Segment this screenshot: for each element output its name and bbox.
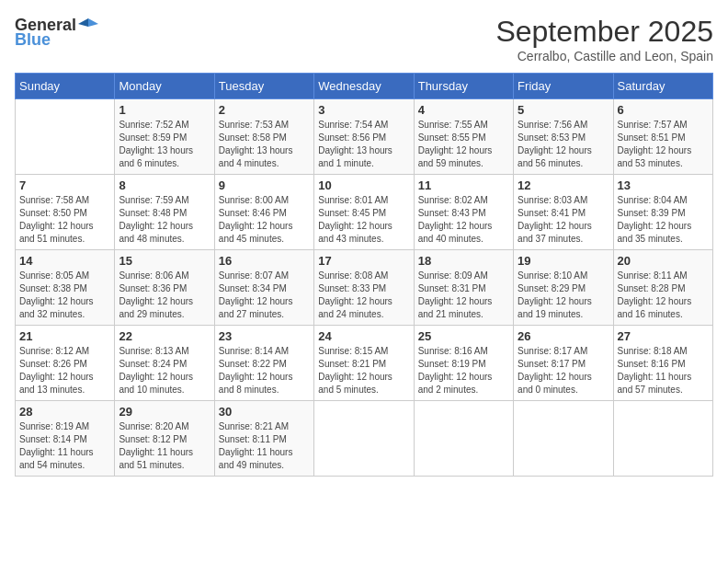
calendar-cell: 20Sunrise: 8:11 AM Sunset: 8:28 PM Dayli… [613, 250, 712, 326]
day-info: Sunrise: 8:19 AM Sunset: 8:14 PM Dayligh… [19, 420, 110, 472]
day-number: 22 [119, 329, 210, 343]
day-of-week-header: Wednesday [314, 74, 414, 99]
day-number: 1 [119, 103, 210, 117]
day-number: 9 [219, 178, 310, 192]
day-info: Sunrise: 7:58 AM Sunset: 8:50 PM Dayligh… [19, 194, 110, 246]
calendar-week-row: 1Sunrise: 7:52 AM Sunset: 8:59 PM Daylig… [16, 99, 713, 175]
day-info: Sunrise: 8:03 AM Sunset: 8:41 PM Dayligh… [518, 194, 609, 246]
calendar-cell: 10Sunrise: 8:01 AM Sunset: 8:45 PM Dayli… [314, 175, 414, 250]
calendar-cell: 16Sunrise: 8:07 AM Sunset: 8:34 PM Dayli… [214, 250, 313, 326]
day-info: Sunrise: 7:57 AM Sunset: 8:51 PM Dayligh… [618, 119, 709, 170]
day-info: Sunrise: 8:21 AM Sunset: 8:11 PM Dayligh… [219, 420, 310, 472]
day-number: 3 [318, 103, 409, 117]
calendar-cell: 14Sunrise: 8:05 AM Sunset: 8:38 PM Dayli… [16, 250, 115, 326]
day-number: 20 [618, 254, 709, 268]
day-number: 28 [19, 405, 110, 419]
calendar-cell: 13Sunrise: 8:04 AM Sunset: 8:39 PM Dayli… [613, 175, 712, 250]
day-number: 12 [518, 178, 609, 192]
day-number: 24 [318, 329, 409, 343]
day-info: Sunrise: 8:09 AM Sunset: 8:31 PM Dayligh… [418, 270, 509, 321]
day-number: 15 [119, 254, 210, 268]
day-of-week-header: Saturday [613, 74, 712, 99]
calendar-cell: 21Sunrise: 8:12 AM Sunset: 8:26 PM Dayli… [16, 326, 115, 401]
day-number: 4 [418, 103, 509, 117]
calendar-cell: 2Sunrise: 7:53 AM Sunset: 8:58 PM Daylig… [214, 99, 313, 175]
title-area: September 2025 Cerralbo, Castille and Le… [495, 15, 713, 63]
calendar-cell: 6Sunrise: 7:57 AM Sunset: 8:51 PM Daylig… [613, 99, 712, 175]
calendar-cell: 29Sunrise: 8:20 AM Sunset: 8:12 PM Dayli… [115, 401, 214, 477]
day-of-week-header: Thursday [414, 74, 513, 99]
calendar-cell: 26Sunrise: 8:17 AM Sunset: 8:17 PM Dayli… [514, 326, 613, 401]
day-number: 14 [19, 254, 110, 268]
day-info: Sunrise: 7:53 AM Sunset: 8:58 PM Dayligh… [219, 119, 310, 170]
day-info: Sunrise: 8:14 AM Sunset: 8:22 PM Dayligh… [219, 345, 310, 396]
day-number: 25 [418, 329, 509, 343]
day-info: Sunrise: 8:00 AM Sunset: 8:46 PM Dayligh… [219, 194, 310, 246]
day-info: Sunrise: 8:01 AM Sunset: 8:45 PM Dayligh… [318, 194, 409, 246]
calendar-cell: 12Sunrise: 8:03 AM Sunset: 8:41 PM Dayli… [514, 175, 613, 250]
day-info: Sunrise: 8:12 AM Sunset: 8:26 PM Dayligh… [19, 345, 110, 396]
calendar-week-row: 7Sunrise: 7:58 AM Sunset: 8:50 PM Daylig… [16, 175, 713, 250]
subtitle: Cerralbo, Castille and Leon, Spain [495, 49, 713, 63]
calendar-cell: 9Sunrise: 8:00 AM Sunset: 8:46 PM Daylig… [214, 175, 313, 250]
calendar-cell [16, 99, 115, 175]
calendar-cell [314, 401, 414, 477]
calendar-cell: 4Sunrise: 7:55 AM Sunset: 8:55 PM Daylig… [414, 99, 513, 175]
calendar-cell: 8Sunrise: 7:59 AM Sunset: 8:48 PM Daylig… [115, 175, 214, 250]
day-info: Sunrise: 8:08 AM Sunset: 8:33 PM Dayligh… [318, 270, 409, 321]
day-number: 6 [618, 103, 709, 117]
day-info: Sunrise: 7:54 AM Sunset: 8:56 PM Dayligh… [318, 119, 409, 170]
logo: General Blue [15, 15, 98, 48]
day-number: 5 [518, 103, 609, 117]
calendar-week-row: 21Sunrise: 8:12 AM Sunset: 8:26 PM Dayli… [16, 326, 713, 401]
day-info: Sunrise: 7:56 AM Sunset: 8:53 PM Dayligh… [518, 119, 609, 170]
calendar-cell: 7Sunrise: 7:58 AM Sunset: 8:50 PM Daylig… [16, 175, 115, 250]
calendar-cell: 3Sunrise: 7:54 AM Sunset: 8:56 PM Daylig… [314, 99, 414, 175]
calendar-cell: 18Sunrise: 8:09 AM Sunset: 8:31 PM Dayli… [414, 250, 513, 326]
day-info: Sunrise: 8:18 AM Sunset: 8:16 PM Dayligh… [618, 345, 709, 396]
calendar-cell: 25Sunrise: 8:16 AM Sunset: 8:19 PM Dayli… [414, 326, 513, 401]
calendar-header-row: SundayMondayTuesdayWednesdayThursdayFrid… [16, 74, 713, 99]
day-number: 10 [318, 178, 409, 192]
calendar-cell: 17Sunrise: 8:08 AM Sunset: 8:33 PM Dayli… [314, 250, 414, 326]
logo-text-blue: Blue [15, 31, 51, 48]
day-info: Sunrise: 8:02 AM Sunset: 8:43 PM Dayligh… [418, 194, 509, 246]
day-of-week-header: Tuesday [214, 74, 313, 99]
day-number: 13 [618, 178, 709, 192]
calendar-cell: 28Sunrise: 8:19 AM Sunset: 8:14 PM Dayli… [16, 401, 115, 477]
calendar-cell: 19Sunrise: 8:10 AM Sunset: 8:29 PM Dayli… [514, 250, 613, 326]
calendar-body: 1Sunrise: 7:52 AM Sunset: 8:59 PM Daylig… [16, 99, 713, 477]
calendar-week-row: 28Sunrise: 8:19 AM Sunset: 8:14 PM Dayli… [16, 401, 713, 477]
day-of-week-header: Monday [115, 74, 214, 99]
day-number: 16 [219, 254, 310, 268]
day-number: 29 [119, 405, 210, 419]
calendar-cell: 22Sunrise: 8:13 AM Sunset: 8:24 PM Dayli… [115, 326, 214, 401]
day-info: Sunrise: 7:52 AM Sunset: 8:59 PM Dayligh… [119, 119, 210, 170]
calendar-cell: 1Sunrise: 7:52 AM Sunset: 8:59 PM Daylig… [115, 99, 214, 175]
day-info: Sunrise: 7:59 AM Sunset: 8:48 PM Dayligh… [119, 194, 210, 246]
day-info: Sunrise: 8:07 AM Sunset: 8:34 PM Dayligh… [219, 270, 310, 321]
day-number: 11 [418, 178, 509, 192]
day-number: 19 [518, 254, 609, 268]
calendar-cell: 11Sunrise: 8:02 AM Sunset: 8:43 PM Dayli… [414, 175, 513, 250]
calendar-cell: 5Sunrise: 7:56 AM Sunset: 8:53 PM Daylig… [514, 99, 613, 175]
calendar-cell [613, 401, 712, 477]
day-number: 23 [219, 329, 310, 343]
day-number: 8 [119, 178, 210, 192]
calendar-cell: 27Sunrise: 8:18 AM Sunset: 8:16 PM Dayli… [613, 326, 712, 401]
month-title: September 2025 [495, 15, 713, 49]
header: General Blue September 2025 Cerralbo, Ca… [15, 15, 713, 63]
day-info: Sunrise: 8:10 AM Sunset: 8:29 PM Dayligh… [518, 270, 609, 321]
day-info: Sunrise: 8:06 AM Sunset: 8:36 PM Dayligh… [119, 270, 210, 321]
calendar-cell: 30Sunrise: 8:21 AM Sunset: 8:11 PM Dayli… [214, 401, 313, 477]
day-number: 26 [518, 329, 609, 343]
day-of-week-header: Friday [514, 74, 613, 99]
day-number: 2 [219, 103, 310, 117]
day-number: 27 [618, 329, 709, 343]
calendar-cell: 24Sunrise: 8:15 AM Sunset: 8:21 PM Dayli… [314, 326, 414, 401]
calendar-cell [514, 401, 613, 477]
day-info: Sunrise: 8:05 AM Sunset: 8:38 PM Dayligh… [19, 270, 110, 321]
day-info: Sunrise: 8:13 AM Sunset: 8:24 PM Dayligh… [119, 345, 210, 396]
svg-marker-1 [78, 18, 88, 27]
day-info: Sunrise: 8:15 AM Sunset: 8:21 PM Dayligh… [318, 345, 409, 396]
